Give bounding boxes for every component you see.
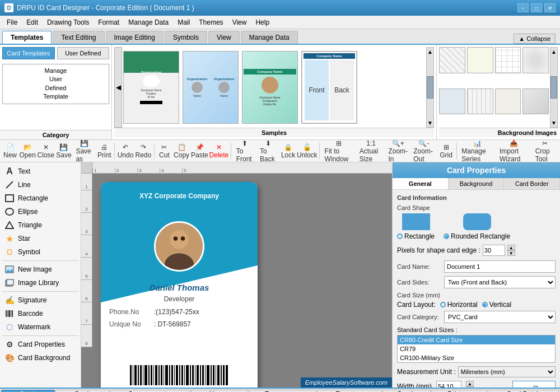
- bottom-send-mail[interactable]: ✉ Send Mail: [382, 390, 431, 392]
- bottom-card-batch[interactable]: 📊 Card Batch Data: [488, 390, 559, 392]
- tb-paste[interactable]: 📌 Paste: [191, 142, 208, 161]
- tool-rectangle[interactable]: Rectangle: [2, 192, 78, 205]
- tab-image-editing[interactable]: Image Editing: [106, 31, 164, 44]
- bottom-card-front[interactable]: 🪪 Card Front: [1, 390, 55, 392]
- tool-symbol[interactable]: Ω Symbol: [2, 245, 78, 259]
- bg-scroll-down[interactable]: ▼: [550, 119, 558, 127]
- close-btn[interactable]: ✕: [544, 3, 556, 12]
- tb-to-front[interactable]: ⬆ To Front: [234, 140, 256, 162]
- bg-img-4[interactable]: [522, 47, 549, 73]
- props-tab-general[interactable]: General: [393, 178, 449, 189]
- tb-grid[interactable]: ⊞ Grid: [438, 142, 454, 161]
- bg-img-2[interactable]: [467, 47, 493, 73]
- shape-rectangle-radio[interactable]: Rectangle: [397, 232, 435, 240]
- tool-triangle[interactable]: Triangle: [2, 218, 78, 232]
- bottom-print-design[interactable]: 🖨 Print Design: [431, 390, 487, 392]
- sample-item-2[interactable]: Organization Name Organization Name: [183, 51, 239, 124]
- menu-manage-data[interactable]: Manage Data: [124, 17, 173, 27]
- shape-rounded-radio[interactable]: Rounded Rectangle: [444, 232, 510, 240]
- tool-signature[interactable]: ✍ Signature: [2, 293, 78, 307]
- get-size-btn[interactable]: 🖨 Get size from Printer: [512, 381, 556, 388]
- rounded-radio-btn[interactable]: [444, 234, 449, 239]
- tool-star[interactable]: ★ Star: [2, 232, 78, 245]
- cat-btn-user-defined[interactable]: User Defined: [57, 47, 110, 59]
- tb-fit-window[interactable]: ⊞ Fit to Window: [322, 140, 356, 162]
- size-cr100[interactable]: CR100-Military Size: [398, 353, 555, 362]
- tool-card-background[interactable]: 🎨 Card Background: [2, 351, 78, 365]
- tb-delete[interactable]: ✕ Delete: [209, 142, 228, 161]
- bg-img-7[interactable]: [495, 88, 521, 115]
- tb-cut[interactable]: ✂ Cut: [156, 142, 172, 161]
- manage-btn[interactable]: Manage User Defined Template: [2, 64, 109, 104]
- tool-card-properties[interactable]: ⚙ Card Properties: [2, 338, 78, 351]
- tool-image-library[interactable]: Image Library: [2, 276, 78, 290]
- tab-view[interactable]: View: [208, 31, 240, 44]
- tool-text[interactable]: A Text: [2, 165, 78, 178]
- tb-close[interactable]: ✕ Close: [37, 142, 54, 161]
- menu-help[interactable]: Help: [251, 17, 274, 27]
- sample-item-1[interactable]: Organization Employee Name Position ID N…: [123, 51, 179, 124]
- menu-format[interactable]: Format: [94, 17, 124, 27]
- layout-horizontal[interactable]: Horizontal: [440, 301, 478, 309]
- card-sides-select[interactable]: Two (Front and Back) One: [444, 276, 556, 288]
- layout-vertical[interactable]: Vertical: [482, 301, 511, 309]
- card-category-select[interactable]: PVC_Card Paper_Card: [444, 311, 556, 323]
- maximize-btn[interactable]: □: [531, 3, 542, 12]
- bottom-user-profile[interactable]: 👤 User Profile: [191, 390, 248, 392]
- tool-line[interactable]: Line: [2, 178, 78, 192]
- pixels-input[interactable]: [483, 245, 505, 256]
- collapse-btn[interactable]: ▲ Collapse: [514, 34, 556, 44]
- tb-lock[interactable]: 🔒 Lock: [281, 142, 296, 161]
- samples-scroll-down[interactable]: ▼: [426, 119, 434, 127]
- menu-mail[interactable]: Mail: [173, 17, 194, 27]
- scroll-left-btn[interactable]: ◀: [114, 47, 122, 128]
- bg-img-1[interactable]: [439, 47, 465, 73]
- menu-view[interactable]: View: [228, 17, 251, 27]
- tb-copy[interactable]: 📋 Copy: [173, 142, 189, 161]
- tb-unlock[interactable]: 🔓 Unlock: [297, 142, 317, 161]
- tool-new-image[interactable]: New Image: [2, 263, 78, 276]
- bg-img-8[interactable]: [522, 88, 549, 115]
- tab-text-editing[interactable]: Text Editing: [53, 31, 104, 44]
- layout-v-radio[interactable]: [482, 302, 488, 307]
- tb-actual-size[interactable]: 1:1 Actual Size: [357, 140, 385, 162]
- bg-img-6[interactable]: [467, 88, 493, 115]
- bottom-export-image[interactable]: 🖼 Export as Image: [249, 390, 316, 392]
- bg-scroll-up[interactable]: ▲: [550, 48, 558, 56]
- tb-zoom-in[interactable]: 🔍+ Zoom-In: [386, 140, 409, 162]
- bottom-export-pdf[interactable]: 📄 Export as PDF: [317, 390, 382, 392]
- width-input[interactable]: [436, 381, 461, 388]
- canvas-area[interactable]: 1 2 3 4 5 1 2 3 4 5 6 7 8 XYZ Corporate …: [81, 162, 392, 388]
- tb-crop[interactable]: ✂ Crop Tool: [533, 140, 558, 162]
- width-spin-down[interactable]: ▼: [466, 386, 474, 388]
- rectangle-radio-btn[interactable]: [397, 234, 403, 239]
- tb-save[interactable]: 💾 Save: [56, 142, 72, 161]
- tb-new[interactable]: 📄 New: [2, 142, 18, 161]
- size-cr80[interactable]: CR80-Credit Card Size: [398, 335, 555, 344]
- tb-open[interactable]: 📂 Open: [19, 142, 36, 161]
- menu-file[interactable]: File: [2, 17, 22, 27]
- layout-h-radio[interactable]: [440, 302, 446, 307]
- menu-drawing-tools[interactable]: Drawing Tools: [43, 17, 94, 27]
- tool-watermark[interactable]: ⬡ Watermark: [2, 320, 78, 334]
- samples-scroll-up[interactable]: ▲: [426, 48, 434, 56]
- sample-item-4[interactable]: Company Name Front Back: [301, 51, 357, 124]
- tb-redo[interactable]: ↷ Redo: [135, 142, 152, 161]
- tb-zoom-out[interactable]: 🔍- Zoom-Out: [410, 140, 437, 162]
- bg-img-5[interactable]: [439, 88, 465, 115]
- props-tab-background[interactable]: Background: [449, 178, 505, 189]
- tool-ellipse[interactable]: Ellipse: [2, 205, 78, 218]
- pixels-spin-up[interactable]: ▲: [507, 245, 515, 250]
- measure-select[interactable]: Milimeters (mm) Inches: [458, 366, 556, 377]
- tab-symbols[interactable]: Symbols: [165, 31, 207, 44]
- menu-themes[interactable]: Themes: [194, 17, 227, 27]
- width-spin-up[interactable]: ▲: [466, 381, 474, 386]
- props-tab-card-border[interactable]: Card Border: [504, 178, 560, 189]
- tb-import-wizard[interactable]: 📥 Import Wizard: [497, 140, 531, 162]
- bg-img-3[interactable]: [495, 47, 521, 73]
- sample-item-3[interactable]: Company Name Employee Name Designation U…: [242, 51, 298, 124]
- tb-undo[interactable]: ↶ Undo: [117, 142, 134, 161]
- tab-manage-data[interactable]: Manage Data: [241, 31, 298, 44]
- bottom-copy-design[interactable]: 📋 Copy current design: [110, 390, 191, 392]
- card-name-input[interactable]: [444, 260, 556, 273]
